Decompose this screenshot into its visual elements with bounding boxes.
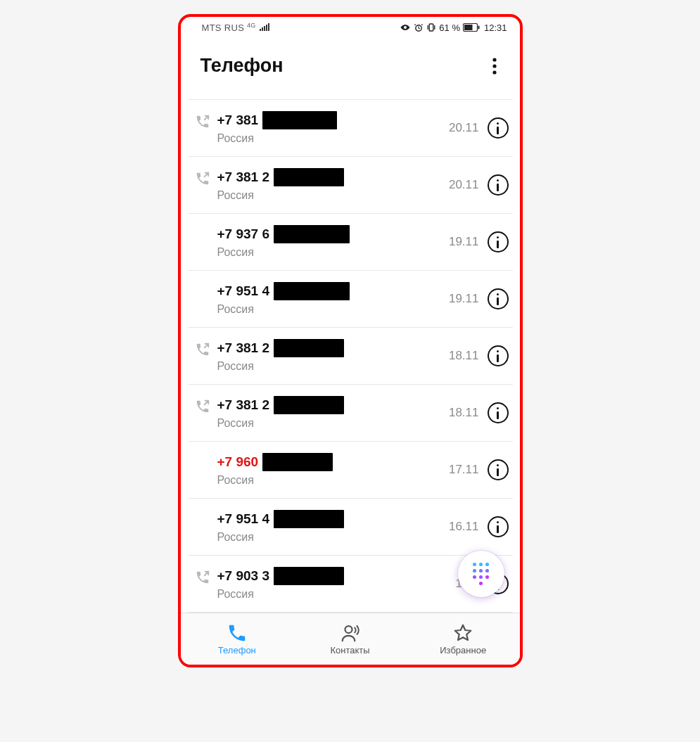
dialpad-icon xyxy=(473,563,490,586)
call-info-button[interactable] xyxy=(488,345,509,366)
call-number: +7 960 xyxy=(217,454,259,470)
call-info-button[interactable] xyxy=(488,231,509,252)
call-number: +7 951 4 xyxy=(217,511,270,527)
outgoing-call-icon xyxy=(192,342,213,357)
call-location: Россия xyxy=(217,303,449,316)
svg-point-10 xyxy=(492,58,496,61)
outgoing-call-icon xyxy=(192,171,213,186)
call-date: 20.11 xyxy=(449,178,485,192)
nav-favorites-label: Избранное xyxy=(440,645,486,655)
more-menu-button[interactable] xyxy=(485,56,504,76)
more-vertical-icon xyxy=(492,58,497,75)
status-carrier: MTS RUS 4G xyxy=(202,22,270,33)
redacted-segment xyxy=(274,339,344,357)
outgoing-call-icon xyxy=(192,570,213,585)
call-info-button[interactable] xyxy=(488,516,509,537)
call-location: Россия xyxy=(217,246,449,259)
carrier-label: MTS RUS xyxy=(202,23,245,33)
call-main: +7 381 2Россия xyxy=(213,168,449,202)
nav-phone[interactable]: Телефон xyxy=(181,613,294,665)
call-number: +7 903 3 xyxy=(217,568,270,584)
call-info-button[interactable] xyxy=(488,174,509,196)
outgoing-call-icon xyxy=(192,114,213,129)
call-date: 19.11 xyxy=(449,235,485,249)
call-main: +7 960Россия xyxy=(213,453,449,487)
nav-favorites[interactable]: Избранное xyxy=(407,613,520,665)
call-info-button[interactable] xyxy=(488,117,509,139)
call-main: +7 937 6Россия xyxy=(213,225,449,259)
call-number: +7 951 4 xyxy=(217,283,270,299)
call-number: +7 381 2 xyxy=(217,340,270,356)
dialpad-button[interactable] xyxy=(458,551,504,597)
contacts-icon xyxy=(340,622,361,644)
call-main: +7 381Россия xyxy=(213,111,449,145)
outgoing-call-icon xyxy=(192,399,213,414)
call-log-list: +7 381Россия20.11+7 381 2Россия20.11+7 9… xyxy=(181,99,520,613)
redacted-segment xyxy=(274,567,344,585)
nav-phone-label: Телефон xyxy=(218,645,256,655)
redacted-segment xyxy=(274,225,350,243)
phone-screen: MTS RUS 4G 61 % xyxy=(178,14,523,667)
call-log-row[interactable]: +7 951 4Россия19.11 xyxy=(188,271,513,328)
call-location: Россия xyxy=(217,189,449,202)
call-date: 17.11 xyxy=(449,463,485,477)
call-log-row[interactable]: +7 937 6Россия19.11 xyxy=(188,214,513,271)
redacted-segment xyxy=(262,111,337,129)
call-log-row[interactable]: +7 381Россия20.11 xyxy=(188,99,513,157)
redacted-segment xyxy=(274,282,350,300)
network-badge: 4G xyxy=(247,22,256,29)
svg-point-13 xyxy=(345,626,352,633)
signal-icon xyxy=(260,23,270,33)
redacted-segment xyxy=(262,453,333,471)
call-log-row[interactable]: +7 381 2Россия20.11 xyxy=(188,157,513,214)
svg-rect-8 xyxy=(464,25,473,30)
nav-contacts[interactable]: Контакты xyxy=(293,613,407,665)
header: Телефон xyxy=(181,37,520,99)
call-log-row[interactable]: +7 960Россия17.11 xyxy=(188,442,513,499)
call-info-button[interactable] xyxy=(488,288,509,309)
redacted-segment xyxy=(274,510,344,528)
call-location: Россия xyxy=(217,360,449,373)
redacted-segment xyxy=(274,168,344,186)
call-location: Россия xyxy=(217,474,449,487)
svg-rect-1 xyxy=(262,27,263,31)
clock-label: 12:31 xyxy=(484,23,507,33)
call-log-row[interactable]: +7 381 2Россия18.11 xyxy=(188,385,513,442)
call-main: +7 951 4Россия xyxy=(213,282,449,316)
call-date: 19.11 xyxy=(449,292,485,306)
svg-rect-9 xyxy=(478,26,479,30)
svg-rect-3 xyxy=(266,25,267,31)
call-location: Россия xyxy=(217,417,449,430)
call-number: +7 381 2 xyxy=(217,397,270,413)
call-info-button[interactable] xyxy=(488,459,509,480)
call-main: +7 903 3Россия xyxy=(213,567,456,601)
svg-point-12 xyxy=(492,70,496,74)
battery-percent-label: 61 % xyxy=(439,23,460,33)
battery-icon xyxy=(463,23,480,32)
call-log-row[interactable]: +7 951 4Россия16.11 xyxy=(188,499,513,556)
phone-icon xyxy=(227,622,248,644)
svg-rect-4 xyxy=(268,23,269,31)
call-info-button[interactable] xyxy=(488,402,509,423)
svg-rect-0 xyxy=(260,29,261,31)
svg-rect-2 xyxy=(264,26,265,31)
status-bar: MTS RUS 4G 61 % xyxy=(181,17,520,37)
call-main: +7 951 4Россия xyxy=(213,510,449,544)
call-date: 16.11 xyxy=(449,520,485,534)
call-number: +7 937 6 xyxy=(217,226,270,242)
call-location: Россия xyxy=(217,588,456,601)
call-location: Россия xyxy=(217,132,449,145)
redacted-segment xyxy=(274,396,344,414)
alarm-icon xyxy=(414,23,424,32)
svg-point-11 xyxy=(492,64,496,68)
call-location: Россия xyxy=(217,531,449,544)
call-date: 20.11 xyxy=(449,121,485,135)
call-number: +7 381 xyxy=(217,113,259,128)
call-log-row[interactable]: +7 381 2Россия18.11 xyxy=(188,328,513,385)
call-main: +7 381 2Россия xyxy=(213,396,449,430)
star-icon xyxy=(452,622,473,644)
call-date: 18.11 xyxy=(449,349,485,363)
status-right: 61 % 12:31 xyxy=(400,23,507,33)
svg-rect-6 xyxy=(430,24,434,31)
bottom-nav: Телефон Контакты Избранное xyxy=(181,613,520,665)
